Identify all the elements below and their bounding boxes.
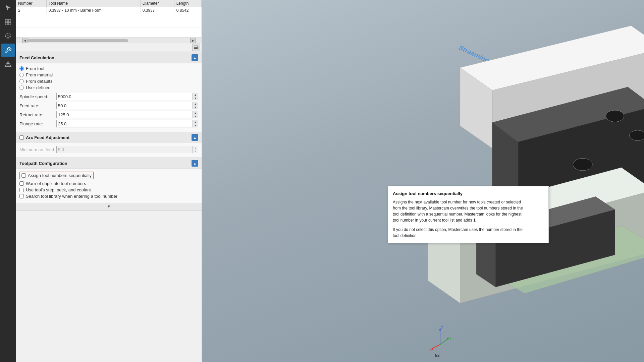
toolpath-manager-icon[interactable]	[1, 29, 15, 43]
radio-user-defined[interactable]: User defined	[19, 85, 198, 90]
feed-rate-spinner[interactable]: ▲ ▼	[193, 102, 198, 109]
feed-rate-up[interactable]: ▲	[193, 102, 198, 106]
svg-point-22	[573, 158, 592, 171]
tooltip-popup: Assign tool numbers sequentially Assigns…	[388, 186, 549, 243]
scroll-left-btn[interactable]: ◀	[22, 38, 28, 43]
svg-marker-6	[5, 61, 11, 67]
min-arc-feed-label: Minimum arc feed:	[19, 147, 56, 152]
spindle-speed-up[interactable]: ▲	[193, 93, 198, 97]
layers-icon[interactable]	[1, 15, 15, 29]
svg-rect-1	[8, 19, 11, 22]
svg-text:X: X	[429, 348, 432, 351]
toolpath-config-content: Assign tool numbers sequentially Warn of…	[16, 169, 202, 203]
tool-table: Number Tool Name Diameter Length 2 0.393…	[16, 0, 202, 38]
toolpath-config-header[interactable]: Toolpath Configuration ▲	[16, 158, 202, 169]
tooltip-line-5: If you do not select this option, Master…	[393, 227, 544, 233]
assign-tool-numbers-label[interactable]: Assign tool numbers sequentially	[19, 172, 94, 179]
search-tool-library-checkbox[interactable]	[19, 194, 24, 198]
toolpath-config-section: Toolpath Configuration ▲ Assign tool num…	[16, 158, 202, 210]
col-diameter: Diameter	[140, 0, 174, 7]
table-row[interactable]: 2 0.3937 - 10 mm - Barrel Form 0.3937 0.…	[16, 7, 202, 14]
feed-rate-row: Feed rate: ▲ ▼	[19, 102, 198, 109]
table-options-btn[interactable]	[192, 44, 200, 51]
tool-length: 0.8542	[174, 7, 201, 14]
plunge-rate-label: Plunge rate:	[19, 121, 56, 126]
svg-rect-11	[197, 47, 198, 49]
feed-calc-radio-group: From tool From material From defaults Us…	[19, 66, 198, 90]
tool-diameter: 0.3937	[140, 7, 174, 14]
feed-rate-down[interactable]: ▼	[193, 106, 198, 109]
axis-indicator: Z Y X	[427, 324, 453, 351]
radio-from-material[interactable]: From material	[19, 72, 198, 77]
svg-point-7	[7, 63, 9, 65]
spindle-speed-down[interactable]: ▼	[193, 97, 198, 100]
retract-rate-input[interactable]	[56, 111, 193, 118]
toolpath-config-collapse-btn[interactable]: ▲	[192, 160, 198, 167]
table-tools-row	[16, 43, 202, 52]
svg-rect-0	[5, 19, 8, 22]
feed-calculation-content: From tool From material From defaults Us…	[16, 63, 202, 132]
retract-rate-label: Retract rate:	[19, 112, 56, 117]
shape-icon[interactable]	[1, 58, 15, 71]
svg-point-5	[5, 34, 11, 39]
spindle-speed-input-wrap: ▲ ▼	[56, 93, 198, 100]
tool-table-area: Number Tool Name Diameter Length 2 0.393…	[16, 0, 202, 52]
col-length: Length	[174, 0, 201, 7]
retract-rate-spinner[interactable]: ▲ ▼	[193, 111, 198, 118]
assign-tool-numbers-row[interactable]: Assign tool numbers sequentially	[19, 172, 198, 179]
section-footer: ▼	[16, 203, 202, 210]
plunge-rate-row: Plunge rate: ▲ ▼	[19, 120, 198, 127]
radio-from-tool[interactable]: From tool	[19, 66, 198, 71]
arc-feed-title: Arc Feed Adjustment	[26, 135, 69, 140]
retract-rate-up[interactable]: ▲	[193, 111, 198, 115]
plunge-rate-down[interactable]: ▼	[193, 124, 198, 127]
min-arc-feed-input-wrap: ▲ ▼	[56, 146, 198, 153]
arc-feed-checkbox[interactable]	[19, 135, 24, 140]
min-arc-feed-spinner: ▲ ▼	[193, 146, 198, 153]
radio-from-defaults[interactable]: From defaults	[19, 79, 198, 84]
retract-rate-down[interactable]: ▼	[193, 115, 198, 118]
svg-rect-9	[194, 47, 197, 48]
feed-calculation-title: Feed Calculation	[19, 55, 54, 60]
assign-tool-numbers-checkbox[interactable]	[21, 173, 26, 178]
svg-point-4	[7, 35, 9, 37]
min-arc-feed-row: Minimum arc feed: ▲ ▼	[19, 146, 198, 153]
warn-duplicate-checkbox[interactable]	[19, 181, 24, 186]
feed-rate-input-wrap: ▲ ▼	[56, 102, 198, 109]
scroll-right-btn[interactable]: ▶	[190, 38, 196, 43]
spindle-speed-input[interactable]	[56, 93, 193, 100]
feed-calculation-collapse-btn[interactable]: ▲	[192, 54, 198, 61]
tooltip-line-6: tool definition.	[393, 233, 544, 239]
svg-line-36	[432, 345, 440, 349]
search-tool-library-row[interactable]: Search tool library when entering a tool…	[19, 194, 198, 199]
use-tool-step-checkbox[interactable]	[19, 188, 24, 192]
plunge-rate-up[interactable]: ▲	[193, 120, 198, 124]
tooltip-line-2: from the tool library. Mastercam overwri…	[393, 205, 544, 211]
svg-line-33	[440, 339, 448, 345]
retract-rate-row: Retract rate: ▲ ▼	[19, 111, 198, 118]
arc-feed-collapse-btn[interactable]: ▲	[192, 134, 198, 141]
svg-text:Y: Y	[449, 337, 452, 340]
expand-more-icon[interactable]: ▼	[107, 204, 111, 209]
cursor-icon[interactable]	[1, 1, 15, 15]
arc-feed-header[interactable]: Arc Feed Adjustment ▲	[16, 132, 202, 143]
use-tool-step-row[interactable]: Use tool's step, peck, and coolant	[19, 187, 198, 192]
spindle-speed-spinner[interactable]: ▲ ▼	[193, 93, 198, 100]
horizontal-scrollbar[interactable]: ◀ ▶	[16, 38, 202, 43]
plunge-rate-spinner[interactable]: ▲ ▼	[193, 120, 198, 127]
feed-rate-input[interactable]	[56, 102, 193, 109]
use-tool-step-text: Use tool's step, peck, and coolant	[26, 187, 91, 192]
svg-rect-2	[5, 22, 8, 25]
tooltip-title: Assign tool numbers sequentially	[393, 190, 544, 197]
scroll-thumb[interactable]	[28, 39, 128, 42]
tool-icon[interactable]	[1, 44, 15, 57]
warn-duplicate-text: Warn of duplicate tool numbers	[26, 181, 86, 186]
plunge-rate-input[interactable]	[56, 120, 193, 127]
feed-calculation-header[interactable]: Feed Calculation ▲	[16, 52, 202, 63]
warn-duplicate-row[interactable]: Warn of duplicate tool numbers	[19, 181, 198, 186]
col-tool-name: Tool Name	[46, 0, 140, 7]
assign-tool-numbers-text: Assign tool numbers sequentially	[28, 173, 92, 178]
toolpath-config-title: Toolpath Configuration	[19, 161, 67, 166]
svg-rect-10	[194, 48, 198, 49]
feed-rate-label: Feed rate:	[19, 103, 56, 108]
